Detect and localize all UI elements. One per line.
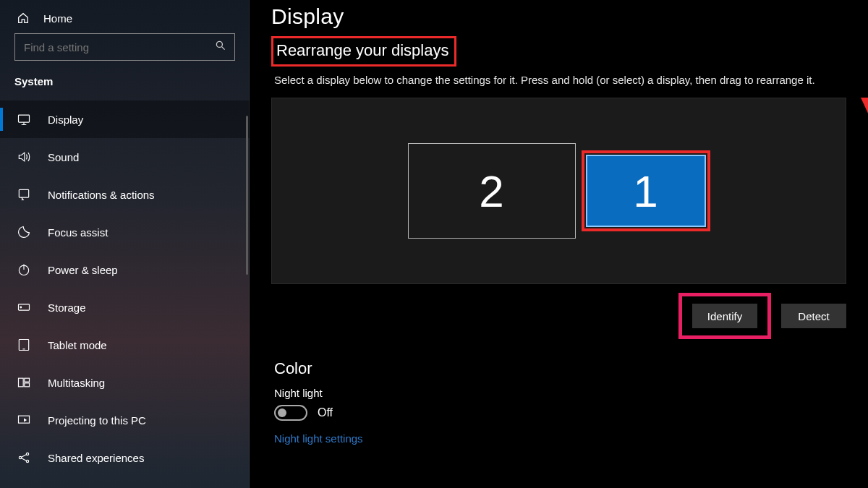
sidebar-item-projecting[interactable]: Projecting to this PC — [0, 401, 250, 439]
display-buttons-row: Identify Detect — [271, 284, 846, 339]
sidebar-scrollbar[interactable] — [246, 116, 248, 275]
sidebar-item-notifications[interactable]: Notifications & actions — [0, 176, 250, 213]
night-light-label: Night light — [271, 387, 846, 399]
projecting-icon — [16, 413, 32, 427]
sidebar-item-storage[interactable]: Storage — [0, 288, 250, 326]
sidebar-item-display[interactable]: Display — [0, 100, 250, 138]
notifications-icon — [16, 187, 32, 202]
home-nav[interactable]: Home — [0, 6, 250, 33]
svg-marker-15 — [861, 98, 868, 145]
detect-button[interactable]: Detect — [781, 304, 846, 328]
sidebar-item-label: Power & sleep — [48, 264, 118, 276]
svg-rect-1 — [19, 115, 30, 122]
sidebar-item-label: Shared experiences — [48, 452, 144, 464]
sidebar-section-label: System — [0, 71, 250, 100]
svg-point-11 — [19, 456, 21, 458]
sound-icon — [16, 150, 32, 164]
svg-rect-2 — [19, 189, 28, 197]
monitor-2-label: 2 — [479, 166, 503, 217]
sidebar-item-multitasking[interactable]: Multitasking — [0, 364, 250, 401]
sidebar-item-focus-assist[interactable]: Focus assist — [0, 213, 250, 251]
monitor-1-highlight: 1 — [582, 150, 710, 231]
svg-rect-7 — [19, 378, 24, 387]
sidebar-item-label: Focus assist — [48, 226, 108, 239]
home-icon — [16, 12, 30, 25]
multitasking-icon — [16, 375, 32, 390]
sidebar-item-label: Display — [48, 114, 83, 126]
sidebar-item-label: Tablet mode — [48, 339, 107, 351]
search-container — [0, 33, 250, 71]
search-input[interactable] — [14, 33, 235, 61]
display-arrangement-area[interactable]: 2 1 — [271, 98, 846, 284]
tablet-icon — [16, 338, 32, 352]
page-title: Display — [271, 0, 846, 36]
settings-window: Home System Display — [0, 0, 868, 488]
svg-point-0 — [216, 41, 222, 47]
identify-button[interactable]: Identify — [692, 304, 757, 328]
sidebar-item-label: Multitasking — [48, 377, 105, 389]
monitor-1-label: 1 — [633, 166, 658, 217]
annotation-arrow-icon — [861, 29, 868, 145]
search-icon — [215, 40, 226, 51]
svg-point-5 — [20, 307, 22, 308]
color-heading: Color — [271, 339, 846, 387]
sidebar-item-sound[interactable]: Sound — [0, 138, 250, 176]
night-light-state: Off — [318, 406, 333, 419]
sidebar-nav: Display Sound Notifications & actions Fo… — [0, 100, 250, 476]
sidebar-item-tablet-mode[interactable]: Tablet mode — [0, 326, 250, 364]
focus-assist-icon — [16, 225, 32, 239]
power-icon — [16, 262, 32, 277]
home-label: Home — [43, 12, 72, 25]
sidebar-item-power-sleep[interactable]: Power & sleep — [0, 251, 250, 288]
night-light-toggle[interactable] — [274, 405, 307, 421]
sidebar-item-label: Storage — [48, 301, 86, 314]
identify-highlight: Identify — [678, 293, 771, 339]
sidebar-item-shared-experiences[interactable]: Shared experiences — [0, 439, 250, 476]
rearrange-heading: Rearrange your displays — [271, 36, 456, 67]
sidebar-item-label: Sound — [48, 151, 79, 163]
night-light-settings-link[interactable]: Night light settings — [271, 421, 363, 445]
sidebar-item-label: Notifications & actions — [48, 189, 155, 201]
svg-point-13 — [26, 460, 28, 462]
rearrange-description: Select a display below to change the set… — [271, 67, 846, 86]
sidebar: Home System Display — [0, 0, 250, 488]
monitor-1[interactable]: 1 — [586, 155, 706, 227]
monitor-2[interactable]: 2 — [408, 143, 576, 239]
svg-rect-9 — [25, 383, 30, 387]
svg-rect-8 — [25, 378, 30, 382]
display-icon — [16, 112, 32, 127]
svg-point-12 — [26, 453, 28, 455]
shared-experiences-icon — [16, 450, 32, 465]
storage-icon — [16, 300, 32, 314]
main-content: Display Rearrange your displays Select a… — [250, 0, 868, 488]
sidebar-item-label: Projecting to this PC — [48, 414, 146, 427]
